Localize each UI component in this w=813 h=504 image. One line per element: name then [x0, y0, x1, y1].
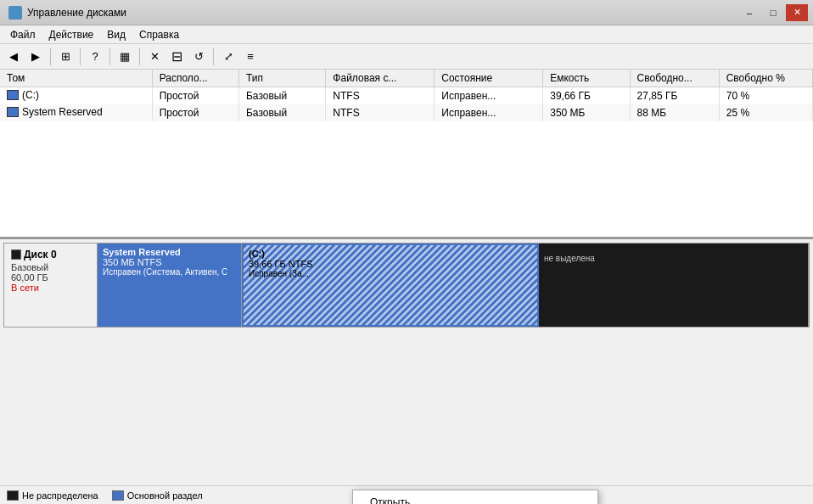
- menu-action[interactable]: Действие: [42, 27, 101, 42]
- table-row[interactable]: System Reserved Простой Базовый NTFS Исп…: [0, 104, 813, 121]
- cell-svob-0: 27,85 ГБ: [630, 87, 719, 105]
- col-header-fss[interactable]: Файловая с...: [326, 70, 435, 87]
- volume-table: Том Располо... Тип Файловая с... Состоян…: [0, 70, 813, 121]
- legend-label-unalloc: Не распределена: [22, 490, 98, 501]
- partition-c-name: (C:): [249, 249, 532, 259]
- close-button[interactable]: ✕: [786, 4, 808, 21]
- cell-emk-0: 39,66 ГБ: [543, 87, 630, 105]
- title-bar: Управление дисками – □ ✕: [0, 0, 813, 25]
- menu-btn[interactable]: ≡: [240, 47, 261, 67]
- toolbar-sep-5: [213, 48, 214, 65]
- col-header-tom[interactable]: Том: [0, 70, 152, 87]
- view-button[interactable]: ▦: [115, 47, 135, 67]
- col-header-stat[interactable]: Состояние: [435, 70, 543, 87]
- cell-stat-1: Исправен...: [435, 104, 543, 121]
- partition-c-size: 39,66 ГБ NTFS: [249, 259, 532, 269]
- up-button[interactable]: ⊞: [55, 47, 76, 67]
- cell-tip-0: Базовый: [238, 87, 325, 105]
- volume-table-area: Том Располо... Тип Файловая с... Состоян…: [0, 70, 813, 239]
- partition-unalloc-label: не выделена: [544, 254, 803, 263]
- disk-size: 60,00 ГБ: [11, 272, 90, 283]
- toolbar: ◀ ▶ ⊞ ? ▦ ✕ ⊟ ↺ ⤢ ≡: [0, 44, 813, 70]
- properties-button[interactable]: ⊟: [166, 47, 187, 67]
- col-header-tip[interactable]: Тип: [238, 70, 325, 87]
- disk-partitions: System Reserved 350 МБ NTFS Исправен (Си…: [98, 244, 809, 327]
- cell-svobp-1: 25 %: [719, 104, 812, 121]
- menu-view[interactable]: Вид: [100, 27, 132, 42]
- minimize-button[interactable]: –: [738, 4, 760, 21]
- cm-open[interactable]: Открыть: [353, 492, 597, 504]
- title-bar-buttons: – □ ✕: [738, 4, 808, 21]
- menu-bar: Файл Действие Вид Справка: [0, 25, 813, 44]
- cell-emk-1: 350 МБ: [543, 104, 630, 121]
- cell-svobp-0: 70 %: [719, 87, 812, 105]
- cell-fss-1: NTFS: [326, 104, 435, 121]
- col-header-rasp[interactable]: Располо...: [152, 70, 238, 87]
- toolbar-sep-3: [109, 48, 110, 65]
- disk-icon: [11, 249, 21, 260]
- delete-button[interactable]: ✕: [144, 47, 165, 67]
- table-row[interactable]: (C:) Простой Базовый NTFS Исправен... 39…: [0, 87, 813, 105]
- partition-system[interactable]: System Reserved 350 МБ NTFS Исправен (Си…: [98, 244, 242, 327]
- disk-label-0: Диск 0 Базовый 60,00 ГБ В сети: [4, 244, 98, 327]
- col-header-svobp[interactable]: Свободно %: [719, 70, 812, 87]
- vol-icon-0: [7, 90, 19, 100]
- partition-system-name: System Reserved: [103, 247, 236, 257]
- partition-system-status: Исправен (Система, Активен, С: [103, 267, 236, 277]
- forward-button[interactable]: ▶: [25, 47, 46, 67]
- disk-row-0: Диск 0 Базовый 60,00 ГБ В сети System Re…: [3, 243, 810, 328]
- partition-system-size: 350 МБ NTFS: [103, 257, 236, 267]
- vol-icon-1: [7, 107, 19, 117]
- cell-rasp-1: Простой: [152, 104, 238, 121]
- partition-unalloc[interactable]: не выделена: [539, 244, 809, 327]
- toolbar-sep-4: [139, 48, 140, 65]
- legend-label-primary: Основной раздел: [127, 490, 203, 501]
- disk-type: Базовый: [11, 262, 90, 272]
- cell-fss-0: NTFS: [326, 87, 435, 105]
- disk-status: В сети: [11, 283, 90, 293]
- legend-item-primary: Основной раздел: [112, 490, 203, 501]
- export-button[interactable]: ⤢: [218, 47, 238, 67]
- toolbar-sep-1: [50, 48, 51, 65]
- title-bar-title: Управление дисками: [27, 7, 126, 19]
- legend-item-unalloc: Не распределена: [7, 490, 98, 501]
- back-button[interactable]: ◀: [3, 47, 24, 67]
- cell-svob-1: 88 МБ: [630, 104, 719, 121]
- main-area: Том Располо... Тип Файловая с... Состоян…: [0, 70, 813, 504]
- menu-file[interactable]: Файл: [3, 27, 42, 42]
- maximize-button[interactable]: □: [762, 4, 784, 21]
- partition-c[interactable]: (C:) 39,66 ГБ NTFS Исправен (За...: [242, 244, 539, 327]
- help-button[interactable]: ?: [85, 47, 105, 67]
- cell-tom-0: (C:): [0, 87, 152, 105]
- toolbar-sep-2: [80, 48, 81, 65]
- cell-tom-1: System Reserved: [0, 104, 152, 121]
- disk-name: Диск 0: [11, 249, 90, 262]
- cell-stat-0: Исправен...: [435, 87, 543, 105]
- partition-c-status: Исправен (За...: [249, 269, 532, 278]
- menu-help[interactable]: Справка: [132, 27, 186, 42]
- app-icon: [8, 6, 22, 20]
- refresh-button[interactable]: ↺: [188, 47, 209, 67]
- legend-box-primary: [112, 490, 124, 501]
- disk-view-area: Диск 0 Базовый 60,00 ГБ В сети System Re…: [0, 239, 813, 504]
- context-menu: Открыть Проводник Сделать раздел активны…: [352, 490, 598, 504]
- cell-rasp-0: Простой: [152, 87, 238, 105]
- col-header-emk[interactable]: Емкость: [543, 70, 630, 87]
- legend-box-unalloc: [7, 490, 19, 501]
- cell-tip-1: Базовый: [238, 104, 325, 121]
- col-header-svob[interactable]: Свободно...: [630, 70, 719, 87]
